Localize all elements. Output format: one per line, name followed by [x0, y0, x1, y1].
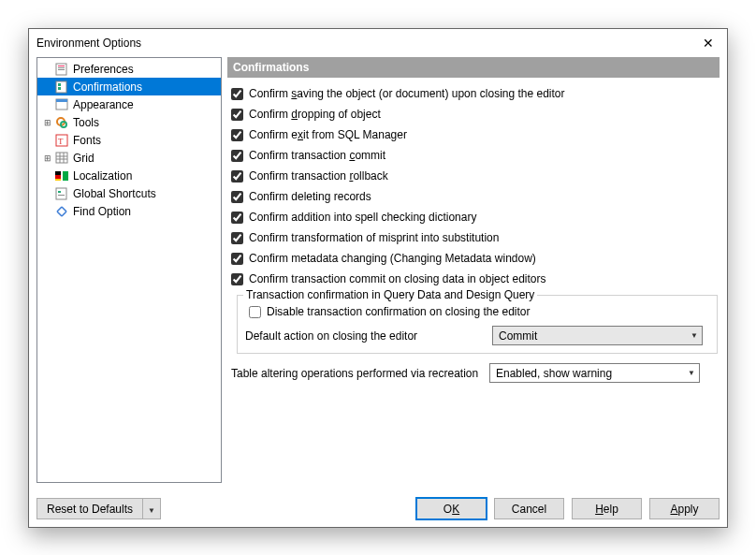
dialog-footer: Reset to Defaults ▼ OK Cancel Help Apply: [29, 490, 727, 527]
svg-rect-5: [58, 83, 61, 86]
tree-label: Find Option: [73, 205, 131, 218]
confirm-deleting-label: Confirm deleting records: [249, 190, 371, 203]
confirm-metadata-row[interactable]: Confirm metadata changing (Changing Meta…: [227, 250, 720, 267]
table-alter-select[interactable]: Enabled, show warning ▼: [489, 363, 700, 383]
confirm-spell-checkbox[interactable]: [231, 212, 243, 224]
titlebar: Environment Options ✕: [29, 29, 727, 53]
tree-item-global-shortcuts[interactable]: Global Shortcuts: [37, 184, 221, 202]
confirm-saving-row[interactable]: Confirm saving the object (or document) …: [227, 85, 720, 102]
expand-icon[interactable]: ⊞: [41, 118, 54, 127]
chevron-down-icon[interactable]: ▼: [143, 503, 160, 516]
confirm-misprint-label: Confirm transformation of misprint into …: [249, 231, 499, 244]
confirm-misprint-checkbox[interactable]: [231, 232, 243, 244]
section-header: Confirmations: [227, 57, 720, 78]
confirm-spell-row[interactable]: Confirm addition into spell checking dic…: [227, 209, 720, 226]
tree-label: Preferences: [73, 63, 134, 76]
confirm-dropping-row[interactable]: Confirm dropping of object: [227, 106, 720, 123]
expand-icon[interactable]: ⊞: [41, 153, 54, 163]
tools-icon: [54, 115, 69, 130]
confirm-rollback-checkbox[interactable]: [231, 170, 243, 183]
tree-item-fonts[interactable]: T Fonts: [37, 131, 221, 149]
confirm-txn-close-row[interactable]: Confirm transaction commit on closing da…: [227, 270, 720, 287]
tree-item-appearance[interactable]: Appearance: [37, 95, 221, 113]
svg-rect-23: [58, 191, 61, 193]
confirm-dropping-checkbox[interactable]: [231, 109, 243, 121]
svg-rect-2: [58, 67, 65, 68]
tree-label: Grid: [73, 152, 94, 165]
confirm-rollback-label: Confirm transaction rollback: [249, 169, 388, 183]
svg-rect-18: [55, 171, 61, 175]
svg-rect-8: [56, 99, 67, 102]
confirm-exit-label: Confirm exit from SQL Manager: [249, 128, 407, 141]
find-icon: [54, 204, 69, 219]
confirm-commit-label: Confirm transaction commit: [249, 149, 385, 162]
confirm-deleting-checkbox[interactable]: [231, 191, 243, 203]
svg-rect-19: [55, 175, 61, 179]
confirm-saving-checkbox[interactable]: [231, 88, 243, 100]
svg-rect-20: [55, 179, 61, 181]
appearance-icon: [54, 97, 69, 112]
cancel-button[interactable]: Cancel: [494, 498, 564, 519]
group-title: Transaction confirmation in Query Data a…: [243, 288, 537, 301]
tree-item-localization[interactable]: Localization: [37, 167, 221, 184]
fonts-icon: T: [54, 133, 69, 148]
confirm-txn-close-label: Confirm transaction commit on closing da…: [249, 272, 545, 285]
disable-txn-confirm-row[interactable]: Disable transaction confirmation on clos…: [245, 303, 709, 320]
confirm-exit-row[interactable]: Confirm exit from SQL Manager: [227, 126, 720, 143]
svg-rect-21: [63, 171, 68, 181]
confirm-metadata-label: Confirm metadata changing (Changing Meta…: [249, 252, 536, 265]
tree-item-grid[interactable]: ⊞ Grid: [37, 149, 221, 167]
localization-icon: [54, 168, 69, 183]
grid-icon: [54, 151, 69, 166]
svg-rect-24: [58, 195, 65, 196]
default-action-label: Default action on closing the editor: [245, 329, 492, 343]
apply-button[interactable]: Apply: [649, 498, 720, 519]
default-action-select[interactable]: Commit ▼: [492, 326, 703, 345]
confirm-metadata-checkbox[interactable]: [231, 253, 243, 265]
svg-rect-1: [58, 66, 65, 66]
confirmations-icon: [54, 80, 69, 95]
confirm-commit-checkbox[interactable]: [231, 150, 243, 162]
svg-text:T: T: [58, 137, 64, 146]
window-title: Environment Options: [36, 37, 141, 50]
confirm-spell-label: Confirm addition into spell checking dic…: [249, 211, 476, 224]
svg-rect-6: [58, 87, 61, 90]
confirm-exit-checkbox[interactable]: [231, 129, 243, 141]
disable-txn-confirm-checkbox[interactable]: [249, 306, 261, 318]
confirm-rollback-row[interactable]: Confirm transaction rollback: [227, 168, 720, 184]
tree-item-confirmations[interactable]: Confirmations: [37, 78, 221, 95]
tree-label: Localization: [73, 169, 132, 183]
reset-defaults-button[interactable]: Reset to Defaults ▼: [36, 498, 161, 519]
ok-button[interactable]: OK: [416, 498, 487, 519]
confirm-misprint-row[interactable]: Confirm transformation of misprint into …: [227, 229, 720, 246]
disable-txn-confirm-label: Disable transaction confirmation on clos…: [267, 305, 530, 318]
tree-label: Confirmations: [73, 80, 142, 94]
reset-defaults-label: Reset to Defaults: [37, 499, 143, 518]
confirm-dropping-label: Confirm dropping of object: [249, 108, 381, 121]
tree-item-find-option[interactable]: Find Option: [37, 202, 221, 220]
confirm-saving-label: Confirm saving the object (or document) …: [249, 87, 565, 100]
tree-label: Fonts: [73, 134, 101, 147]
table-alter-value: Enabled, show warning: [496, 367, 612, 380]
close-icon[interactable]: ✕: [697, 35, 720, 51]
tree-label: Tools: [73, 116, 99, 129]
table-alter-label: Table altering operations performed via …: [231, 367, 489, 380]
confirm-commit-row[interactable]: Confirm transaction commit: [227, 147, 720, 164]
content-panel: Confirmations Confirm saving the object …: [227, 57, 720, 483]
help-button[interactable]: Help: [572, 498, 642, 519]
tree-item-preferences[interactable]: Preferences: [37, 60, 221, 78]
transaction-confirmation-group: Transaction confirmation in Query Data a…: [237, 295, 718, 354]
confirm-deleting-row[interactable]: Confirm deleting records: [227, 188, 720, 205]
tree-label: Appearance: [73, 98, 134, 111]
svg-rect-4: [56, 81, 66, 93]
environment-options-dialog: Environment Options ✕ Preferences Confir…: [28, 28, 728, 528]
svg-rect-13: [56, 153, 67, 163]
chevron-down-icon: ▼: [691, 331, 698, 340]
preferences-icon: [54, 62, 69, 77]
category-tree[interactable]: Preferences Confirmations Appearance ⊞: [36, 57, 222, 483]
svg-rect-3: [58, 69, 65, 70]
confirm-txn-close-checkbox[interactable]: [231, 273, 243, 285]
shortcuts-icon: [54, 186, 69, 201]
chevron-down-icon: ▼: [688, 369, 695, 377]
tree-item-tools[interactable]: ⊞ Tools: [37, 113, 221, 131]
